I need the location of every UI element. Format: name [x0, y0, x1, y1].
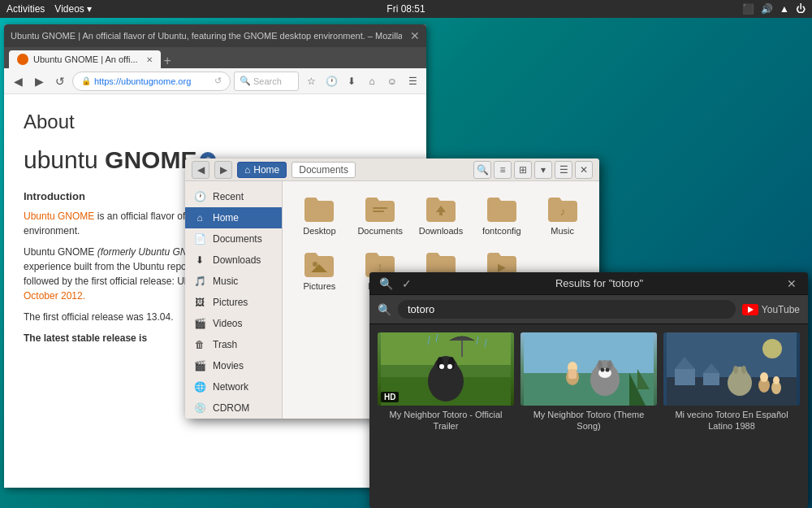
fm-menu-btn[interactable]: ☰	[555, 161, 572, 179]
folder-downloads[interactable]: Downloads	[414, 191, 469, 240]
cdrom-icon: 💿	[193, 402, 206, 415]
svg-point-5	[313, 262, 317, 267]
power-icon[interactable]: ⏻	[796, 3, 806, 15]
sidebar-item-pictures[interactable]: 🖼 Pictures	[185, 292, 282, 313]
svg-rect-1	[373, 211, 384, 212]
wifi-icon[interactable]: ▲	[780, 3, 789, 15]
videos-titlebar-right: ✕	[784, 276, 800, 292]
music-icon: 🎵	[193, 275, 206, 288]
youtube-icon	[742, 304, 758, 315]
activities-btn[interactable]: Activities	[6, 3, 45, 15]
video-label-1: My Neighbor Totoro - Official Trailer	[378, 409, 514, 432]
folder-desktop[interactable]: Desktop	[292, 191, 347, 240]
videos-search-input[interactable]: totoro	[398, 300, 736, 319]
sidebar-item-videos[interactable]: 🎬 Videos	[185, 313, 282, 334]
video-label-2: My Neighbor Totoro (Theme Song)	[520, 409, 657, 432]
back-btn[interactable]: ◀	[9, 72, 27, 90]
video-thumb-1: HD	[378, 332, 514, 406]
videos-search-title: Results for "totoro"	[415, 277, 784, 289]
video-card-3[interactable]: Mi vecino Totoro En Español Latino 1988	[663, 332, 800, 432]
tab-favicon	[17, 54, 28, 65]
forward-btn[interactable]: ▶	[30, 72, 48, 90]
folder-pictures[interactable]: Pictures	[292, 246, 347, 295]
reload-btn[interactable]: ↺	[51, 72, 69, 90]
bookmark-icon[interactable]: ☆	[302, 72, 320, 90]
ubuntu-gnome-link[interactable]: Ubuntu GNOME	[24, 211, 94, 222]
video-card-2[interactable]: My Neighbor Totoro (Theme Song)	[520, 332, 657, 432]
browser-toolbar: ◀ ▶ ↺ 🔒 https://ubuntugnome.org ↺ 🔍 Sear…	[4, 68, 426, 94]
videos-search-window: 🔍 ✓ Results for "totoro" ✕ 🔍 totoro YouT…	[369, 272, 808, 508]
new-tab-btn[interactable]: +	[164, 54, 171, 68]
search-bar[interactable]: 🔍 Search	[234, 72, 299, 91]
fm-search-btn[interactable]: 🔍	[473, 161, 491, 179]
svg-text:↑: ↑	[378, 260, 383, 273]
documents-icon: 📄	[193, 232, 206, 245]
fm-home-btn[interactable]: ⌂ Home	[237, 162, 287, 178]
folder-music[interactable]: ♪ Music	[535, 191, 590, 240]
sidebar-item-network[interactable]: 🌐 Network	[185, 376, 282, 397]
svg-point-13	[434, 356, 458, 382]
sidebar-item-trash[interactable]: 🗑 Trash	[185, 334, 282, 355]
screen-icon[interactable]: ⬛	[742, 3, 754, 15]
search-placeholder: Search	[253, 76, 282, 86]
sidebar-item-music[interactable]: 🎵 Music	[185, 271, 282, 292]
videos-menu-btn[interactable]: Videos ▾	[54, 3, 92, 15]
svg-point-47	[773, 376, 780, 384]
video-card-1[interactable]: HD My Neighbor Totoro - Official Trailer	[378, 332, 514, 432]
system-bar-right: ⬛ 🔊 ▲ ⏻	[742, 3, 806, 15]
tab-label: Ubuntu GNOME | An offi...	[33, 54, 138, 64]
movies-icon: 🎬	[193, 359, 206, 372]
smiley-icon[interactable]: ☺	[383, 72, 401, 90]
logo-text: ubuntu GNOME	[24, 146, 197, 174]
sidebar-item-home[interactable]: ⌂ Home	[185, 207, 282, 228]
about-heading: About	[24, 111, 407, 133]
audio-icon[interactable]: 🔊	[761, 3, 773, 15]
browser-titlebar: Ubuntu GNOME | An official flavor of Ubu…	[4, 24, 426, 47]
tab-close-btn[interactable]: ✕	[146, 55, 153, 64]
fm-grid-view-btn[interactable]: ⊞	[514, 161, 532, 179]
browser-close-btn[interactable]: ✕	[410, 29, 420, 42]
videos-search-btn[interactable]: 🔍	[378, 276, 394, 292]
october-link[interactable]: October 2012.	[24, 290, 85, 302]
folder-fontconfig[interactable]: fontconfig	[474, 191, 529, 240]
sidebar-item-cdrom[interactable]: 💿 CDROM	[185, 397, 282, 419]
sidebar-item-recent[interactable]: 🕐 Recent	[185, 186, 282, 207]
pictures-icon: 🖼	[193, 296, 206, 309]
url-bar[interactable]: 🔒 https://ubuntugnome.org ↺	[72, 72, 231, 91]
fm-home-icon: ⌂	[244, 164, 250, 176]
dropdown-arrow-icon: ▾	[87, 3, 92, 15]
fm-sidebar: 🕐 Recent ⌂ Home 📄 Documents ⬇ Downloads …	[185, 181, 283, 419]
videos-sidebar-icon: 🎬	[193, 317, 206, 330]
fm-sort-btn[interactable]: ▾	[534, 161, 552, 179]
sidebar-item-downloads[interactable]: ⬇ Downloads	[185, 250, 282, 271]
svg-text:▶: ▶	[498, 261, 506, 273]
videos-check-btn[interactable]: ✓	[399, 276, 415, 292]
menu-icon[interactable]: ☰	[404, 72, 421, 90]
videos-titlebar: 🔍 ✓ Results for "totoro" ✕	[369, 272, 808, 295]
svg-point-48	[762, 339, 782, 358]
videos-titlebar-left: 🔍 ✓	[378, 276, 415, 292]
videos-search-bar: 🔍 totoro YouTube	[369, 295, 808, 324]
sidebar-item-movies[interactable]: 🎬 Movies	[185, 355, 282, 376]
fm-list-view-btn[interactable]: ≡	[494, 161, 512, 179]
browser-tab[interactable]: Ubuntu GNOME | An offi... ✕	[9, 50, 161, 68]
search-circle-icon: 🔍	[378, 303, 391, 316]
system-bar: Activities Videos ▾ Fri 08:51 ⬛ 🔊 ▲ ⏻	[0, 0, 812, 18]
sidebar-item-documents[interactable]: 📄 Documents	[185, 228, 282, 250]
youtube-badge[interactable]: YouTube	[742, 304, 800, 315]
folder-documents[interactable]: Documents	[353, 191, 408, 240]
home-icon[interactable]: ⌂	[363, 72, 381, 90]
history-icon[interactable]: 🕐	[322, 72, 340, 90]
browser-title: Ubuntu GNOME | An official flavor of Ubu…	[11, 31, 402, 41]
download-icon[interactable]: ⬇	[343, 72, 361, 90]
fm-back-btn[interactable]: ◀	[192, 161, 209, 179]
fm-forward-btn[interactable]: ▶	[214, 161, 232, 179]
svg-rect-36	[675, 369, 695, 385]
videos-results-grid: HD My Neighbor Totoro - Official Trailer	[369, 324, 808, 441]
fm-documents-btn[interactable]: Documents	[292, 162, 356, 178]
fm-close-btn[interactable]: ✕	[575, 161, 593, 179]
reload-url-icon[interactable]: ↺	[214, 76, 222, 86]
videos-close-btn[interactable]: ✕	[784, 276, 800, 292]
tab-bar: Ubuntu GNOME | An offi... ✕ +	[4, 47, 426, 68]
svg-point-16	[439, 364, 444, 369]
